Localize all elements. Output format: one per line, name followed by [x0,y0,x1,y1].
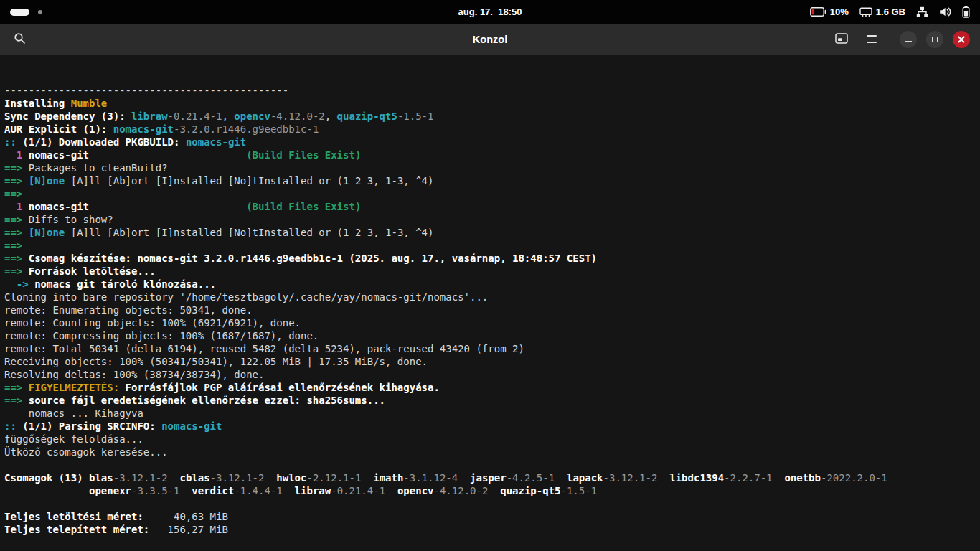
window-title: Konzol [473,34,507,45]
minimize-button[interactable] [900,31,917,48]
search-button[interactable] [7,27,32,52]
terminal-line: ==> Csomag készítése: nomacs-git 3.2.0.r… [4,252,976,265]
network-icon[interactable] [916,6,928,17]
terminal[interactable]: ----------------------------------------… [0,55,980,551]
terminal-line: ==> FIGYELMEZTETÉS: Forrásfájlok PGP alá… [4,381,976,394]
menu-icon [867,35,877,43]
terminal-line: ==> Packages to cleanBuild? [4,161,976,174]
terminal-line: Receiving objects: 100% (50341/50341), 1… [4,355,976,368]
workspace-dot[interactable] [38,10,42,14]
terminal-line: nomacs ... Kihagyva [4,407,976,420]
terminal-line: ==> [4,239,976,252]
window-titlebar[interactable]: Konzol [0,24,980,55]
terminal-output: ----------------------------------------… [4,84,976,536]
terminal-line: függőségek feloldása... [4,433,976,446]
terminal-line: remote: Total 50341 (delta 6194), reused… [4,342,976,355]
terminal-line [4,458,976,471]
clock[interactable]: aug. 17. 18:50 [458,0,522,24]
workspace-indicator[interactable] [10,9,42,16]
desktop: aug. 17. 18:50 10% [0,0,980,551]
terminal-line: ==> [4,187,976,200]
terminal-line: Csomagok (13) blas-3.12.1-2 cblas-3.12.1… [4,471,976,484]
window-controls [900,31,970,48]
memory-usage-label: 1.6 GB [876,6,905,17]
battery-indicator[interactable]: 10% [810,6,849,17]
terminal-line: 1 nomacs-git (Build Files Exist) [4,149,976,161]
workspace-pill-active[interactable] [10,9,29,16]
search-icon [14,32,26,47]
volume-icon[interactable] [939,6,951,17]
terminal-line: remote: Counting objects: 100% (6921/692… [4,316,976,329]
terminal-line: :: (1/1) Downloaded PKGBUILD: nomacs-git [4,136,976,149]
terminal-line: Teljes letöltési méret: 40,63 MiB [4,510,976,523]
terminal-line: Resolving deltas: 100% (38734/38734), do… [4,368,976,381]
terminal-line: Installing Mumble [4,97,976,110]
terminal-line: Cloning into bare repository '/home/tesz… [4,291,976,303]
memory-icon [859,7,872,17]
maximize-icon [932,37,938,42]
terminal-line: ==> Források letöltése... [4,265,976,278]
terminal-line: remote: Enumerating objects: 50341, done… [4,303,976,316]
terminal-line: AUR Explicit (1): nomacs-git-3.2.0.r1446… [4,123,976,136]
terminal-line: 1 nomacs-git (Build Files Exist) [4,200,976,213]
close-icon [957,35,966,44]
terminal-line: ==> source fájl eredetiségének ellenőrzé… [4,394,976,407]
terminal-line: Teljes telepített méret: 156,27 MiB [4,523,976,536]
tab-overview-button[interactable] [829,27,854,52]
status-area: 10% 1.6 GB [810,6,970,18]
battery-percent-label: 10% [830,6,849,17]
terminal-line: ==> [N]one [A]ll [Ab]ort [I]nstalled [No… [4,226,976,239]
minimize-icon [905,41,912,42]
terminal-line: Ütköző csomagok keresése... [4,446,976,458]
terminal-line: remote: Compressing objects: 100% (1687/… [4,329,976,342]
tab-overview-icon [835,33,848,46]
titlebar-actions [829,27,973,52]
device-battery-icon[interactable] [962,6,970,18]
maximize-button[interactable] [926,31,943,48]
battery-icon [810,7,826,17]
close-button[interactable] [953,31,970,48]
terminal-line: openexr-3.3.5-1 verdict-1.4.4-1 libraw-0… [4,484,976,497]
terminal-line: -> nomacs git tároló klónozása... [4,278,976,291]
menu-button[interactable] [859,27,884,52]
memory-indicator[interactable]: 1.6 GB [859,6,905,17]
terminal-line: ----------------------------------------… [4,84,976,97]
terminal-line: :: (1/1) Parsing SRCINFO: nomacs-git [4,420,976,433]
terminal-line: ==> [N]one [A]ll [Ab]ort [I]nstalled [No… [4,174,976,187]
top-bar: aug. 17. 18:50 10% [0,0,980,24]
terminal-line: Sync Dependency (3): libraw-0.21.4-1, op… [4,110,976,123]
terminal-line [4,497,976,510]
terminal-line: ==> Diffs to show? [4,213,976,226]
